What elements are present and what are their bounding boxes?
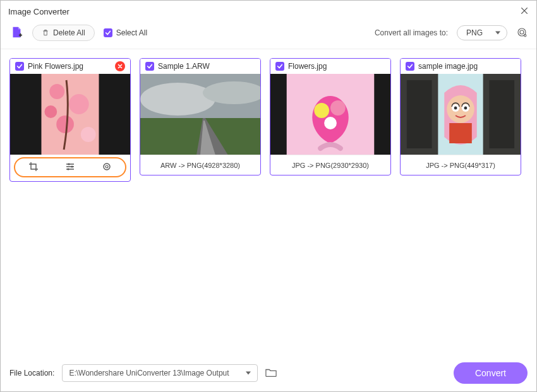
card-header: Flowers.jpg — [270, 59, 390, 74]
svg-point-11 — [71, 165, 73, 167]
card-checkbox[interactable] — [275, 62, 284, 71]
svg-point-9 — [44, 105, 57, 118]
svg-point-14 — [106, 165, 108, 168]
svg-point-33 — [454, 107, 457, 110]
effects-icon[interactable] — [102, 162, 112, 174]
target-format-value: PNG — [466, 28, 483, 37]
thumbnail — [401, 74, 521, 155]
svg-point-10 — [68, 163, 69, 165]
card-header: Pink Flowers.jpg — [10, 59, 130, 74]
card-checkbox[interactable] — [406, 62, 414, 71]
thumbnail — [10, 74, 130, 155]
svg-point-2 — [524, 34, 526, 36]
svg-rect-28 — [490, 80, 515, 148]
window-title: Image Converter — [8, 7, 69, 16]
svg-point-34 — [464, 107, 467, 110]
check-icon — [104, 28, 112, 37]
card-footer: JPG -> PNG(2930*2930) — [270, 155, 390, 175]
thumbnail — [140, 74, 260, 155]
card-checkbox[interactable] — [15, 62, 24, 71]
titlebar: Image Converter — [1, 1, 536, 22]
svg-point-8 — [81, 127, 96, 142]
svg-point-12 — [67, 168, 69, 170]
bottom-bar: File Location: E:\Wondershare UniConvert… — [1, 355, 536, 391]
convert-label: Convert — [475, 368, 506, 378]
image-card[interactable]: Pink Flowers.jpg — [9, 58, 131, 182]
card-footer: ARW -> PNG(4928*3280) — [140, 155, 260, 175]
card-filename: sample image.jpg — [418, 62, 516, 71]
file-location-value: E:\Wondershare UniConverter 13\Image Out… — [69, 369, 229, 377]
add-image-button[interactable] — [9, 25, 23, 41]
file-location-select[interactable]: E:\Wondershare UniConverter 13\Image Out… — [62, 364, 258, 382]
svg-rect-27 — [407, 80, 432, 148]
svg-point-5 — [49, 84, 64, 99]
svg-point-30 — [447, 95, 474, 123]
convert-button[interactable]: Convert — [454, 362, 528, 384]
select-all-checkbox[interactable]: Select All — [104, 28, 147, 37]
image-converter-window: Image Converter Delete All Select All Co… — [0, 0, 537, 392]
image-card[interactable]: sample image.jpg JPG -> PNG(449*31 — [400, 58, 521, 175]
open-folder-button[interactable] — [265, 367, 277, 380]
crop-icon[interactable] — [28, 162, 39, 174]
svg-point-16 — [140, 83, 215, 116]
image-card[interactable]: Flowers.jpg JPG -> PNG(2930*2930) — [270, 58, 391, 175]
thumbnail — [270, 74, 390, 155]
remove-button[interactable] — [115, 61, 125, 71]
select-all-label: Select All — [116, 28, 147, 37]
file-location-label: File Location: — [9, 369, 54, 377]
svg-point-6 — [69, 94, 89, 114]
svg-point-13 — [104, 163, 110, 170]
settings-button[interactable] — [516, 27, 528, 40]
close-button[interactable] — [520, 5, 529, 18]
card-edit-toolbar — [14, 157, 126, 177]
delete-all-button[interactable]: Delete All — [32, 25, 95, 41]
image-grid: Pink Flowers.jpg — [1, 49, 536, 355]
card-checkbox[interactable] — [145, 62, 154, 71]
card-filename: Pink Flowers.jpg — [28, 62, 111, 71]
card-filename: Flowers.jpg — [288, 62, 385, 71]
adjust-icon[interactable] — [65, 162, 75, 174]
target-format-select[interactable]: PNG — [457, 25, 507, 40]
delete-all-label: Delete All — [53, 28, 85, 37]
convert-all-label: Convert all images to: — [375, 28, 448, 37]
svg-point-25 — [324, 117, 337, 129]
card-filename: Sample 1.ARW — [158, 62, 255, 71]
card-header: sample image.jpg — [401, 59, 521, 74]
image-card[interactable]: Sample 1.ARW ARW -> PNG(4928*3280) — [140, 58, 261, 175]
svg-point-0 — [520, 30, 524, 34]
card-footer: JPG -> PNG(449*317) — [401, 155, 521, 175]
main-toolbar: Delete All Select All Convert all images… — [1, 22, 536, 49]
card-header: Sample 1.ARW — [140, 59, 260, 74]
svg-point-7 — [56, 116, 74, 133]
svg-point-23 — [314, 103, 329, 118]
svg-rect-35 — [449, 123, 472, 143]
svg-point-24 — [330, 100, 346, 116]
